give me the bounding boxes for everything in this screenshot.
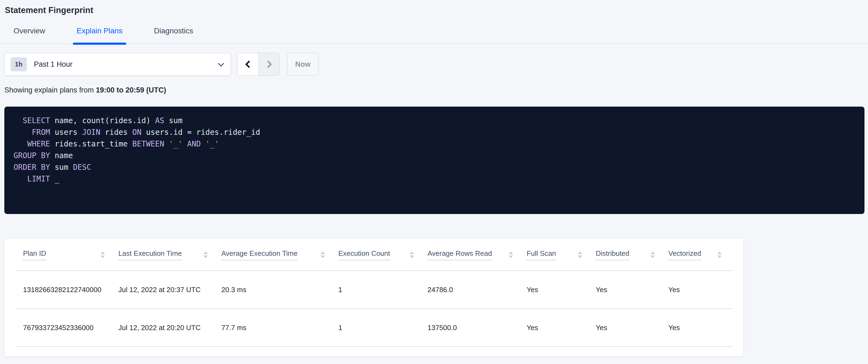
column-header-average-execution-time[interactable]: Average Execution Time (221, 249, 338, 260)
table-row[interactable]: 767933723452336000 Jul 12, 2022 at 20:20… (4, 309, 743, 346)
sort-icon (100, 251, 105, 258)
column-header-last-execution-time[interactable]: Last Execution Time (118, 249, 221, 260)
tab-bar: Overview Explain Plans Diagnostics (0, 27, 868, 44)
time-range-select[interactable]: 1h Past 1 Hour (4, 53, 231, 76)
sql-statement: SELECT name, count(rides.id) AS sum FROM… (13, 115, 854, 185)
time-prev-button[interactable] (238, 53, 258, 76)
tab-label: Diagnostics (154, 27, 193, 35)
sort-icon (320, 251, 325, 258)
timeframe-note-text: Showing explain plans from (4, 86, 96, 94)
sort-icon (578, 251, 582, 258)
column-header-full-scan[interactable]: Full Scan (527, 249, 596, 260)
time-range-badge: 1h (10, 57, 27, 71)
timeframe-note-range: 19:00 to 20:59 (UTC) (96, 86, 166, 94)
cell-plan-id: 13182663282122740000 (23, 286, 118, 294)
page-title: Statement Fingerprint (0, 0, 868, 15)
cell-full-scan: Yes (527, 324, 596, 332)
sort-icon (717, 251, 722, 258)
cell-distributed: Yes (596, 324, 668, 332)
cell-last-execution-time: Jul 12, 2022 at 20:20 UTC (118, 324, 221, 332)
sort-icon (509, 251, 513, 258)
tab-explain-plans[interactable]: Explain Plans (74, 27, 125, 44)
tab-label: Explain Plans (77, 27, 123, 35)
tab-overview[interactable]: Overview (11, 27, 48, 44)
cell-full-scan: Yes (527, 286, 596, 294)
sql-statement-box: SELECT name, count(rides.id) AS sum FROM… (4, 107, 865, 214)
now-button[interactable]: Now (287, 53, 318, 76)
timeframe-note: Showing explain plans from 19:00 to 20:5… (4, 86, 868, 94)
cell-average-execution-time: 20.3 ms (221, 286, 338, 294)
time-toolbar: 1h Past 1 Hour Now (4, 53, 868, 76)
chevron-down-icon (218, 60, 224, 67)
time-pager (237, 53, 280, 76)
chevron-right-icon (265, 60, 272, 68)
time-range-label: Past 1 Hour (34, 60, 72, 68)
column-header-average-rows-read[interactable]: Average Rows Read (428, 249, 527, 260)
cell-plan-id: 767933723452336000 (23, 324, 118, 332)
table-header-row: Plan ID Last Execution Time Average Exec… (4, 239, 743, 271)
cell-average-rows-read: 137500.0 (428, 324, 527, 332)
sort-icon (650, 251, 655, 258)
sort-icon (410, 251, 414, 258)
column-header-plan-id[interactable]: Plan ID (23, 249, 118, 260)
cell-execution-count: 1 (338, 286, 428, 294)
row-divider (15, 346, 733, 347)
tab-diagnostics[interactable]: Diagnostics (151, 27, 196, 44)
column-header-distributed[interactable]: Distributed (596, 249, 668, 260)
cell-execution-count: 1 (338, 324, 428, 332)
column-header-vectorized[interactable]: Vectorized (668, 249, 735, 260)
sort-icon (204, 251, 208, 258)
cell-distributed: Yes (596, 286, 668, 294)
tab-label: Overview (13, 27, 45, 35)
explain-plans-table: Plan ID Last Execution Time Average Exec… (4, 239, 743, 356)
column-header-execution-count[interactable]: Execution Count (338, 249, 428, 260)
chevron-left-icon (245, 60, 252, 68)
table-row[interactable]: 13182663282122740000 Jul 12, 2022 at 20:… (4, 271, 743, 308)
cell-last-execution-time: Jul 12, 2022 at 20:37 UTC (118, 286, 221, 294)
time-next-button[interactable] (258, 53, 279, 76)
cell-vectorized: Yes (668, 324, 735, 332)
cell-average-rows-read: 24786.0 (428, 286, 527, 294)
statement-fingerprint-page: Statement Fingerprint Overview Explain P… (0, 0, 868, 364)
cell-vectorized: Yes (668, 286, 735, 294)
cell-average-execution-time: 77.7 ms (221, 324, 338, 332)
